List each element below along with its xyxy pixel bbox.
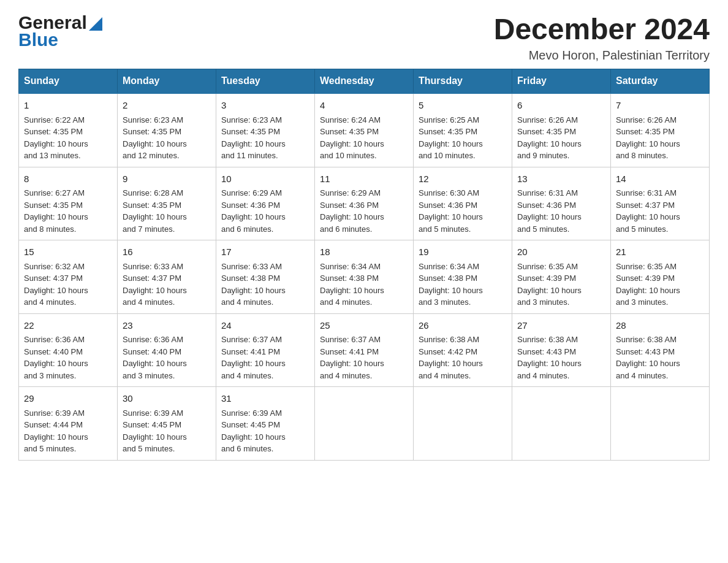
day-info: Sunrise: 6:22 AMSunset: 4:35 PMDaylight:… [24, 115, 88, 161]
calendar-cell: 20 Sunrise: 6:35 AMSunset: 4:39 PMDaylig… [512, 240, 611, 314]
col-wednesday: Wednesday [315, 69, 414, 94]
calendar-cell: 14 Sunrise: 6:31 AMSunset: 4:37 PMDaylig… [611, 167, 710, 240]
calendar-cell: 25 Sunrise: 6:37 AMSunset: 4:41 PMDaylig… [315, 313, 414, 387]
day-info: Sunrise: 6:39 AMSunset: 4:45 PMDaylight:… [123, 408, 187, 454]
calendar-cell: 22 Sunrise: 6:36 AMSunset: 4:40 PMDaylig… [19, 313, 118, 387]
day-info: Sunrise: 6:24 AMSunset: 4:35 PMDaylight:… [320, 115, 384, 161]
day-info: Sunrise: 6:32 AMSunset: 4:37 PMDaylight:… [24, 262, 88, 307]
day-info: Sunrise: 6:31 AMSunset: 4:36 PMDaylight:… [517, 188, 582, 234]
calendar-cell: 5 Sunrise: 6:25 AMSunset: 4:35 PMDayligh… [414, 93, 512, 167]
day-info: Sunrise: 6:37 AMSunset: 4:41 PMDaylight:… [221, 335, 286, 380]
calendar-cell: 12 Sunrise: 6:30 AMSunset: 4:36 PMDaylig… [414, 167, 512, 240]
day-info: Sunrise: 6:35 AMSunset: 4:39 PMDaylight:… [517, 262, 582, 307]
day-number: 27 [517, 319, 605, 333]
calendar-cell: 30 Sunrise: 6:39 AMSunset: 4:45 PMDaylig… [118, 387, 216, 461]
calendar-cell: 24 Sunrise: 6:37 AMSunset: 4:41 PMDaylig… [216, 313, 315, 387]
day-number: 29 [24, 392, 112, 406]
day-number: 2 [123, 99, 211, 113]
calendar-week-1: 1 Sunrise: 6:22 AMSunset: 4:35 PMDayligh… [19, 93, 710, 167]
day-number: 6 [517, 99, 605, 113]
day-info: Sunrise: 6:26 AMSunset: 4:35 PMDaylight:… [517, 115, 582, 161]
day-info: Sunrise: 6:33 AMSunset: 4:37 PMDaylight:… [123, 262, 187, 307]
calendar-cell: 15 Sunrise: 6:32 AMSunset: 4:37 PMDaylig… [19, 240, 118, 314]
calendar-cell: 13 Sunrise: 6:31 AMSunset: 4:36 PMDaylig… [512, 167, 611, 240]
calendar-cell: 23 Sunrise: 6:36 AMSunset: 4:40 PMDaylig… [118, 313, 216, 387]
day-info: Sunrise: 6:26 AMSunset: 4:35 PMDaylight:… [616, 115, 680, 161]
calendar-cell: 18 Sunrise: 6:34 AMSunset: 4:38 PMDaylig… [315, 240, 414, 314]
day-number: 8 [24, 172, 112, 186]
day-info: Sunrise: 6:27 AMSunset: 4:35 PMDaylight:… [24, 188, 88, 234]
calendar-cell: 1 Sunrise: 6:22 AMSunset: 4:35 PMDayligh… [19, 93, 118, 167]
calendar-cell: 3 Sunrise: 6:23 AMSunset: 4:35 PMDayligh… [216, 93, 315, 167]
calendar-cell: 21 Sunrise: 6:35 AMSunset: 4:39 PMDaylig… [611, 240, 710, 314]
calendar-cell: 26 Sunrise: 6:38 AMSunset: 4:42 PMDaylig… [414, 313, 512, 387]
day-number: 12 [419, 172, 507, 186]
calendar-cell: 19 Sunrise: 6:34 AMSunset: 4:38 PMDaylig… [414, 240, 512, 314]
day-number: 25 [320, 319, 408, 333]
calendar-cell: 7 Sunrise: 6:26 AMSunset: 4:35 PMDayligh… [611, 93, 710, 167]
calendar-cell: 27 Sunrise: 6:38 AMSunset: 4:43 PMDaylig… [512, 313, 611, 387]
calendar-cell [611, 387, 710, 461]
day-number: 31 [221, 392, 309, 406]
calendar-cell: 31 Sunrise: 6:39 AMSunset: 4:45 PMDaylig… [216, 387, 315, 461]
month-title: December 2024 [494, 12, 710, 46]
day-info: Sunrise: 6:38 AMSunset: 4:42 PMDaylight:… [419, 335, 483, 380]
day-info: Sunrise: 6:29 AMSunset: 4:36 PMDaylight:… [221, 188, 286, 234]
day-info: Sunrise: 6:28 AMSunset: 4:35 PMDaylight:… [123, 188, 187, 234]
calendar-cell: 16 Sunrise: 6:33 AMSunset: 4:37 PMDaylig… [118, 240, 216, 314]
calendar-table: Sunday Monday Tuesday Wednesday Thursday… [18, 69, 710, 461]
calendar-week-5: 29 Sunrise: 6:39 AMSunset: 4:44 PMDaylig… [19, 387, 710, 461]
calendar-cell [315, 387, 414, 461]
calendar-cell: 2 Sunrise: 6:23 AMSunset: 4:35 PMDayligh… [118, 93, 216, 167]
calendar-header-row: Sunday Monday Tuesday Wednesday Thursday… [19, 69, 710, 94]
day-number: 5 [419, 99, 507, 113]
day-number: 13 [517, 172, 605, 186]
col-tuesday: Tuesday [216, 69, 315, 94]
day-info: Sunrise: 6:29 AMSunset: 4:36 PMDaylight:… [320, 188, 384, 234]
day-info: Sunrise: 6:35 AMSunset: 4:39 PMDaylight:… [616, 262, 680, 307]
day-number: 26 [419, 319, 507, 333]
day-number: 15 [24, 245, 112, 259]
page-header: General Blue December 2024 Mevo Horon, P… [18, 12, 710, 63]
col-monday: Monday [118, 69, 216, 94]
calendar-cell: 11 Sunrise: 6:29 AMSunset: 4:36 PMDaylig… [315, 167, 414, 240]
col-thursday: Thursday [414, 69, 512, 94]
calendar-cell [414, 387, 512, 461]
calendar-cell: 8 Sunrise: 6:27 AMSunset: 4:35 PMDayligh… [19, 167, 118, 240]
calendar-cell: 17 Sunrise: 6:33 AMSunset: 4:38 PMDaylig… [216, 240, 315, 314]
day-number: 7 [616, 99, 704, 113]
day-info: Sunrise: 6:30 AMSunset: 4:36 PMDaylight:… [419, 188, 483, 234]
day-number: 3 [221, 99, 309, 113]
calendar-cell: 9 Sunrise: 6:28 AMSunset: 4:35 PMDayligh… [118, 167, 216, 240]
day-info: Sunrise: 6:25 AMSunset: 4:35 PMDaylight:… [419, 115, 483, 161]
day-info: Sunrise: 6:38 AMSunset: 4:43 PMDaylight:… [616, 335, 680, 380]
day-number: 9 [123, 172, 211, 186]
day-number: 11 [320, 172, 408, 186]
calendar-week-2: 8 Sunrise: 6:27 AMSunset: 4:35 PMDayligh… [19, 167, 710, 240]
calendar-cell [512, 387, 611, 461]
calendar-cell: 28 Sunrise: 6:38 AMSunset: 4:43 PMDaylig… [611, 313, 710, 387]
col-saturday: Saturday [611, 69, 710, 94]
title-block: December 2024 Mevo Horon, Palestinian Te… [494, 12, 710, 63]
calendar-cell: 10 Sunrise: 6:29 AMSunset: 4:36 PMDaylig… [216, 167, 315, 240]
day-number: 23 [123, 319, 211, 333]
day-info: Sunrise: 6:39 AMSunset: 4:45 PMDaylight:… [221, 408, 286, 454]
day-info: Sunrise: 6:37 AMSunset: 4:41 PMDaylight:… [320, 335, 384, 380]
logo-blue-text: Blue [18, 29, 58, 50]
day-info: Sunrise: 6:34 AMSunset: 4:38 PMDaylight:… [320, 262, 384, 307]
logo: General Blue [18, 12, 102, 50]
calendar-cell: 6 Sunrise: 6:26 AMSunset: 4:35 PMDayligh… [512, 93, 611, 167]
day-info: Sunrise: 6:33 AMSunset: 4:38 PMDaylight:… [221, 262, 286, 307]
day-number: 28 [616, 319, 704, 333]
calendar-cell: 29 Sunrise: 6:39 AMSunset: 4:44 PMDaylig… [19, 387, 118, 461]
day-info: Sunrise: 6:38 AMSunset: 4:43 PMDaylight:… [517, 335, 582, 380]
day-number: 1 [24, 99, 112, 113]
day-number: 20 [517, 245, 605, 259]
svg-marker-0 [89, 17, 102, 31]
col-friday: Friday [512, 69, 611, 94]
day-number: 19 [419, 245, 507, 259]
day-info: Sunrise: 6:36 AMSunset: 4:40 PMDaylight:… [123, 335, 187, 380]
day-info: Sunrise: 6:36 AMSunset: 4:40 PMDaylight:… [24, 335, 88, 380]
day-info: Sunrise: 6:34 AMSunset: 4:38 PMDaylight:… [419, 262, 483, 307]
day-number: 22 [24, 319, 112, 333]
